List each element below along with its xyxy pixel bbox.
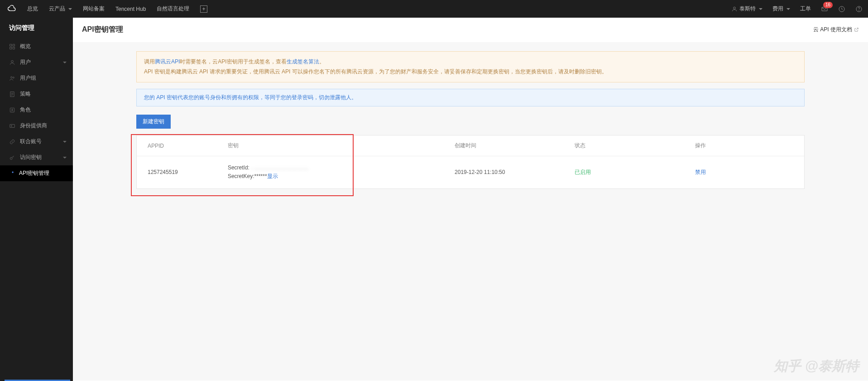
topbar: 总览 云产品 网站备案 Tencent Hub 自然语言处理 ＋ 泰斯特 费用 … bbox=[0, 0, 868, 18]
role-icon bbox=[9, 107, 15, 113]
sidebar-item-overview[interactable]: 概览 bbox=[0, 39, 73, 54]
svg-point-14 bbox=[12, 109, 13, 110]
user-icon bbox=[731, 6, 738, 12]
nav-products-label: 云产品 bbox=[49, 5, 65, 13]
th-status: 状态 bbox=[564, 135, 684, 156]
doc-icon bbox=[9, 91, 15, 97]
svg-rect-6 bbox=[13, 44, 14, 46]
cloud-logo[interactable] bbox=[5, 3, 18, 15]
fee-menu[interactable]: 费用 bbox=[772, 5, 790, 13]
message-badge: 16 bbox=[823, 2, 833, 8]
svg-point-10 bbox=[11, 76, 13, 78]
main-header: API密钥管理 云 API 使用文档 bbox=[73, 18, 868, 42]
svg-point-4 bbox=[859, 10, 859, 10]
link-algo[interactable]: 生成签名算法 bbox=[287, 58, 319, 65]
nav-tencent-hub[interactable]: Tencent Hub bbox=[115, 6, 146, 12]
svg-point-0 bbox=[734, 7, 736, 9]
sidebar-label: 访问密钥 bbox=[20, 154, 42, 161]
warn-text: 。 bbox=[319, 58, 325, 65]
api-doc-link[interactable]: 云 API 使用文档 bbox=[813, 26, 859, 34]
user-icon bbox=[9, 59, 15, 66]
warn-text: 调用 bbox=[144, 58, 155, 65]
link-api[interactable]: 腾讯云API bbox=[155, 58, 180, 65]
svg-rect-5 bbox=[10, 44, 12, 46]
th-appid: APPID bbox=[137, 135, 217, 156]
warn-text: API 密钥是构建腾讯云 API 请求的重要凭证，使用腾讯云 API 可以操作您… bbox=[144, 68, 607, 75]
sidebar-item-user[interactable]: 用户 bbox=[0, 54, 73, 70]
svg-rect-15 bbox=[10, 124, 15, 127]
sidebar: 访问管理 概览 用户 用户组 策略 角色 身份提供商 联合账号 bbox=[0, 18, 73, 381]
sidebar-title: 访问管理 bbox=[0, 18, 73, 39]
external-icon bbox=[854, 27, 859, 32]
new-key-button[interactable]: 新建密钥 bbox=[136, 115, 171, 129]
show-secret-link[interactable]: 显示 bbox=[267, 173, 278, 179]
nav-beian[interactable]: 网站备案 bbox=[83, 5, 105, 13]
link-icon bbox=[9, 139, 15, 145]
nav-products[interactable]: 云产品 bbox=[49, 5, 72, 13]
nav-overview[interactable]: 总览 bbox=[27, 5, 38, 13]
help-icon[interactable] bbox=[855, 5, 863, 13]
svg-point-9 bbox=[11, 60, 14, 63]
sidebar-item-usergroup[interactable]: 用户组 bbox=[0, 70, 73, 86]
messages-icon[interactable]: 16 bbox=[821, 5, 828, 13]
warn-text: 时需要签名，云API密钥用于生成签名，查看 bbox=[180, 58, 286, 65]
nav-nlp[interactable]: 自然语言处理 bbox=[157, 5, 189, 13]
th-created: 创建时间 bbox=[444, 135, 564, 156]
key-icon bbox=[9, 154, 15, 161]
sidebar-label: 身份提供商 bbox=[20, 122, 47, 130]
status-badge: 已启用 bbox=[575, 169, 591, 175]
content-area: 调用腾讯云API时需要签名，云API密钥用于生成签名，查看生成签名算法。 API… bbox=[73, 42, 868, 381]
grid-icon bbox=[9, 43, 15, 50]
api-doc-label: 云 API 使用文档 bbox=[813, 26, 852, 34]
user-menu[interactable]: 泰斯特 bbox=[731, 5, 762, 13]
sidebar-label: 联合账号 bbox=[20, 138, 42, 145]
alert-warning: 调用腾讯云API时需要签名，云API密钥用于生成签名，查看生成签名算法。 API… bbox=[136, 51, 805, 82]
key-table-wrap: APPID 密钥 创建时间 状态 操作 1257245519 SecretId:… bbox=[136, 135, 805, 188]
th-action: 操作 bbox=[684, 135, 804, 156]
main-content: API密钥管理 云 API 使用文档 调用腾讯云API时需要签名，云API密钥用… bbox=[73, 18, 868, 381]
sidebar-item-policy[interactable]: 策略 bbox=[0, 86, 73, 102]
alert-info: 您的 API 密钥代表您的账号身份和所拥有的权限，等同于您的登录密码，切勿泄露他… bbox=[136, 89, 805, 106]
fee-label: 费用 bbox=[772, 5, 783, 13]
page-title: API密钥管理 bbox=[82, 25, 123, 34]
sidebar-item-role[interactable]: 角色 bbox=[0, 102, 73, 118]
secretkey-label: SecretKey: bbox=[228, 173, 254, 179]
secretid-label: SecretId: bbox=[228, 164, 251, 171]
cell-status: 已启用 bbox=[564, 156, 684, 188]
th-secret: 密钥 bbox=[217, 135, 444, 156]
group-icon bbox=[9, 75, 15, 82]
sidebar-item-accesskey[interactable]: 访问密钥 bbox=[0, 150, 73, 165]
chevron-down-icon bbox=[759, 8, 762, 10]
cell-appid: 1257245519 bbox=[137, 156, 217, 188]
topbar-nav: 总览 云产品 网站备案 Tencent Hub 自然语言处理 ＋ bbox=[27, 5, 731, 13]
sidebar-label: 用户 bbox=[20, 58, 31, 66]
add-shortcut-icon[interactable]: ＋ bbox=[200, 5, 207, 13]
sidebar-subitem-apikey[interactable]: API密钥管理 bbox=[0, 165, 73, 181]
svg-point-11 bbox=[13, 77, 14, 78]
chevron-down-icon bbox=[63, 157, 67, 159]
svg-rect-8 bbox=[13, 47, 14, 49]
svg-point-16 bbox=[11, 125, 12, 126]
disable-link[interactable]: 禁用 bbox=[695, 169, 706, 175]
sidebar-label: 角色 bbox=[20, 106, 31, 114]
table-header-row: APPID 密钥 创建时间 状态 操作 bbox=[137, 135, 804, 156]
cell-action: 禁用 bbox=[684, 156, 804, 188]
cell-created: 2019-12-20 11:10:50 bbox=[444, 156, 564, 188]
card-icon bbox=[9, 123, 15, 129]
svg-rect-7 bbox=[10, 47, 12, 49]
cell-secret: SecretId: . ………………………… SecretKey:******显… bbox=[217, 156, 444, 188]
chevron-down-icon bbox=[63, 141, 67, 143]
chevron-down-icon bbox=[786, 8, 790, 10]
chevron-down-icon bbox=[63, 62, 67, 63]
topbar-right: 泰斯特 费用 工单 16 bbox=[731, 5, 863, 13]
user-name: 泰斯特 bbox=[739, 5, 756, 13]
chevron-down-icon bbox=[68, 8, 72, 10]
secretid-value: . ………………………… bbox=[251, 164, 308, 171]
history-icon[interactable] bbox=[838, 5, 845, 13]
order-link[interactable]: 工单 bbox=[800, 5, 811, 13]
secretkey-mask: ****** bbox=[254, 173, 267, 179]
sidebar-label: 策略 bbox=[20, 90, 31, 98]
sidebar-item-idp[interactable]: 身份提供商 bbox=[0, 118, 73, 134]
sidebar-item-federation[interactable]: 联合账号 bbox=[0, 134, 73, 150]
sidebar-label: 用户组 bbox=[20, 74, 36, 82]
